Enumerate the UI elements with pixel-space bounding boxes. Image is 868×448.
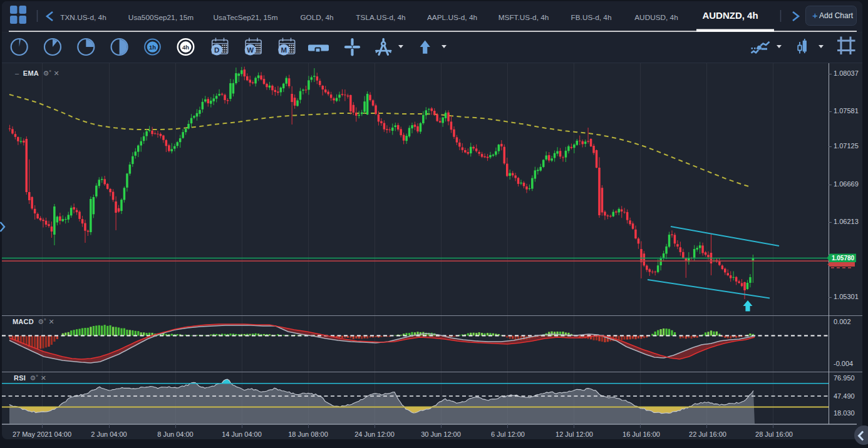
svg-text:1.05780: 1.05780 (832, 255, 855, 262)
